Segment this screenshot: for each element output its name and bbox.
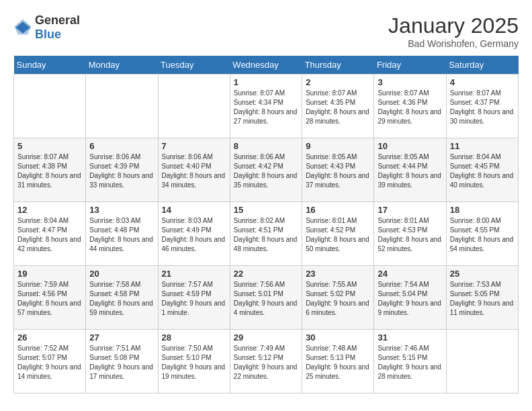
day-number: 16 [306, 205, 370, 215]
cell-content: Sunrise: 8:01 AM Sunset: 4:52 PM Dayligh… [306, 216, 370, 254]
title-block: January 2025 Bad Worishofen, Germany [388, 13, 519, 49]
cell-content: Sunrise: 7:48 AM Sunset: 5:13 PM Dayligh… [306, 344, 370, 381]
cell-content: Sunrise: 8:06 AM Sunset: 4:42 PM Dayligh… [234, 152, 298, 190]
calendar-cell: 21Sunrise: 7:57 AM Sunset: 4:59 PM Dayli… [158, 266, 230, 330]
calendar-cell: 28Sunrise: 7:50 AM Sunset: 5:10 PM Dayli… [158, 330, 230, 394]
cell-content: Sunrise: 8:03 AM Sunset: 4:49 PM Dayligh… [162, 216, 226, 254]
day-number: 26 [17, 332, 82, 342]
calendar-cell: 12Sunrise: 8:04 AM Sunset: 4:47 PM Dayli… [14, 202, 86, 266]
day-number: 3 [378, 77, 442, 87]
calendar-cell: 13Sunrise: 8:03 AM Sunset: 4:48 PM Dayli… [86, 202, 158, 266]
day-number: 27 [89, 332, 154, 342]
day-number: 28 [162, 332, 226, 342]
calendar-title: January 2025 [388, 13, 519, 38]
weekday-header-tuesday: Tuesday [158, 56, 230, 75]
day-number: 14 [162, 205, 226, 215]
calendar-cell: 25Sunrise: 7:53 AM Sunset: 5:05 PM Dayli… [446, 266, 518, 330]
cell-content: Sunrise: 7:56 AM Sunset: 5:01 PM Dayligh… [234, 280, 298, 318]
calendar-cell: 18Sunrise: 8:00 AM Sunset: 4:55 PM Dayli… [446, 202, 518, 266]
calendar-cell: 22Sunrise: 7:56 AM Sunset: 5:01 PM Dayli… [230, 266, 302, 330]
day-number: 2 [306, 77, 370, 87]
calendar-cell: 2Sunrise: 8:07 AM Sunset: 4:35 PM Daylig… [302, 75, 374, 138]
day-number: 23 [306, 269, 370, 279]
day-number: 19 [17, 269, 82, 279]
logo: General Blue [13, 13, 80, 42]
calendar-cell [158, 75, 230, 138]
calendar-cell: 20Sunrise: 7:58 AM Sunset: 4:58 PM Dayli… [86, 266, 158, 330]
calendar-cell: 9Sunrise: 8:05 AM Sunset: 4:43 PM Daylig… [302, 138, 374, 202]
logo-text-general: General [35, 13, 80, 27]
weekday-header-monday: Monday [86, 56, 158, 75]
calendar-table: SundayMondayTuesdayWednesdayThursdayFrid… [13, 56, 519, 394]
calendar-cell: 3Sunrise: 8:07 AM Sunset: 4:36 PM Daylig… [374, 75, 446, 138]
cell-content: Sunrise: 8:06 AM Sunset: 4:40 PM Dayligh… [162, 152, 226, 190]
day-number: 11 [450, 141, 515, 151]
calendar-cell: 30Sunrise: 7:48 AM Sunset: 5:13 PM Dayli… [302, 330, 374, 394]
weekday-header-saturday: Saturday [446, 56, 518, 75]
calendar-cell: 15Sunrise: 8:02 AM Sunset: 4:51 PM Dayli… [230, 202, 302, 266]
weekday-header-friday: Friday [374, 56, 446, 75]
calendar-cell: 1Sunrise: 8:07 AM Sunset: 4:34 PM Daylig… [230, 75, 302, 138]
day-number: 24 [378, 269, 442, 279]
calendar-cell [86, 75, 158, 138]
day-number: 10 [378, 141, 442, 151]
calendar-cell: 23Sunrise: 7:55 AM Sunset: 5:02 PM Dayli… [302, 266, 374, 330]
day-number: 13 [89, 205, 154, 215]
day-number: 18 [450, 205, 515, 215]
calendar-cell: 24Sunrise: 7:54 AM Sunset: 5:04 PM Dayli… [374, 266, 446, 330]
calendar-week-0: 1Sunrise: 8:07 AM Sunset: 4:34 PM Daylig… [14, 75, 519, 138]
calendar-cell: 5Sunrise: 8:07 AM Sunset: 4:38 PM Daylig… [14, 138, 86, 202]
weekday-header-thursday: Thursday [302, 56, 374, 75]
cell-content: Sunrise: 7:51 AM Sunset: 5:08 PM Dayligh… [89, 344, 154, 381]
weekday-row: SundayMondayTuesdayWednesdayThursdayFrid… [14, 56, 519, 75]
cell-content: Sunrise: 7:46 AM Sunset: 5:15 PM Dayligh… [378, 344, 442, 381]
calendar-cell: 17Sunrise: 8:01 AM Sunset: 4:53 PM Dayli… [374, 202, 446, 266]
weekday-header-sunday: Sunday [14, 56, 86, 75]
cell-content: Sunrise: 8:07 AM Sunset: 4:34 PM Dayligh… [234, 89, 298, 126]
logo-icon [13, 18, 32, 37]
day-number: 17 [378, 205, 442, 215]
cell-content: Sunrise: 8:03 AM Sunset: 4:48 PM Dayligh… [89, 216, 154, 254]
calendar-week-2: 12Sunrise: 8:04 AM Sunset: 4:47 PM Dayli… [14, 202, 519, 266]
day-number: 29 [234, 332, 298, 342]
calendar-cell: 11Sunrise: 8:04 AM Sunset: 4:45 PM Dayli… [446, 138, 518, 202]
day-number: 31 [378, 332, 442, 342]
calendar-cell [446, 330, 518, 394]
cell-content: Sunrise: 7:49 AM Sunset: 5:12 PM Dayligh… [234, 344, 298, 381]
day-number: 8 [234, 141, 298, 151]
cell-content: Sunrise: 7:58 AM Sunset: 4:58 PM Dayligh… [89, 280, 154, 318]
page-header: General Blue January 2025 Bad Worishofen… [13, 13, 519, 49]
day-number: 20 [89, 269, 154, 279]
cell-content: Sunrise: 7:53 AM Sunset: 5:05 PM Dayligh… [450, 280, 515, 318]
cell-content: Sunrise: 8:07 AM Sunset: 4:37 PM Dayligh… [450, 89, 515, 126]
calendar-body: 1Sunrise: 8:07 AM Sunset: 4:34 PM Daylig… [14, 75, 519, 394]
day-number: 4 [450, 77, 515, 87]
day-number: 12 [17, 205, 82, 215]
cell-content: Sunrise: 7:54 AM Sunset: 5:04 PM Dayligh… [378, 280, 442, 318]
calendar-header: SundayMondayTuesdayWednesdayThursdayFrid… [14, 56, 519, 75]
cell-content: Sunrise: 8:04 AM Sunset: 4:45 PM Dayligh… [450, 152, 515, 190]
cell-content: Sunrise: 8:07 AM Sunset: 4:36 PM Dayligh… [378, 89, 442, 126]
calendar-week-1: 5Sunrise: 8:07 AM Sunset: 4:38 PM Daylig… [14, 138, 519, 202]
day-number: 25 [450, 269, 515, 279]
day-number: 7 [162, 141, 226, 151]
calendar-cell: 27Sunrise: 7:51 AM Sunset: 5:08 PM Dayli… [86, 330, 158, 394]
cell-content: Sunrise: 8:05 AM Sunset: 4:44 PM Dayligh… [378, 152, 442, 190]
cell-content: Sunrise: 8:04 AM Sunset: 4:47 PM Dayligh… [17, 216, 82, 254]
cell-content: Sunrise: 7:57 AM Sunset: 4:59 PM Dayligh… [162, 280, 226, 318]
calendar-cell: 4Sunrise: 8:07 AM Sunset: 4:37 PM Daylig… [446, 75, 518, 138]
calendar-cell: 14Sunrise: 8:03 AM Sunset: 4:49 PM Dayli… [158, 202, 230, 266]
cell-content: Sunrise: 7:59 AM Sunset: 4:56 PM Dayligh… [17, 280, 82, 318]
day-number: 5 [17, 141, 82, 151]
cell-content: Sunrise: 8:05 AM Sunset: 4:43 PM Dayligh… [306, 152, 370, 190]
day-number: 15 [234, 205, 298, 215]
day-number: 1 [234, 77, 298, 87]
calendar-cell: 7Sunrise: 8:06 AM Sunset: 4:40 PM Daylig… [158, 138, 230, 202]
cell-content: Sunrise: 8:00 AM Sunset: 4:55 PM Dayligh… [450, 216, 515, 254]
cell-content: Sunrise: 8:07 AM Sunset: 4:38 PM Dayligh… [17, 152, 82, 190]
day-number: 30 [306, 332, 370, 342]
calendar-cell: 26Sunrise: 7:52 AM Sunset: 5:07 PM Dayli… [14, 330, 86, 394]
cell-content: Sunrise: 8:01 AM Sunset: 4:53 PM Dayligh… [378, 216, 442, 254]
cell-content: Sunrise: 7:52 AM Sunset: 5:07 PM Dayligh… [17, 344, 82, 381]
calendar-cell: 8Sunrise: 8:06 AM Sunset: 4:42 PM Daylig… [230, 138, 302, 202]
